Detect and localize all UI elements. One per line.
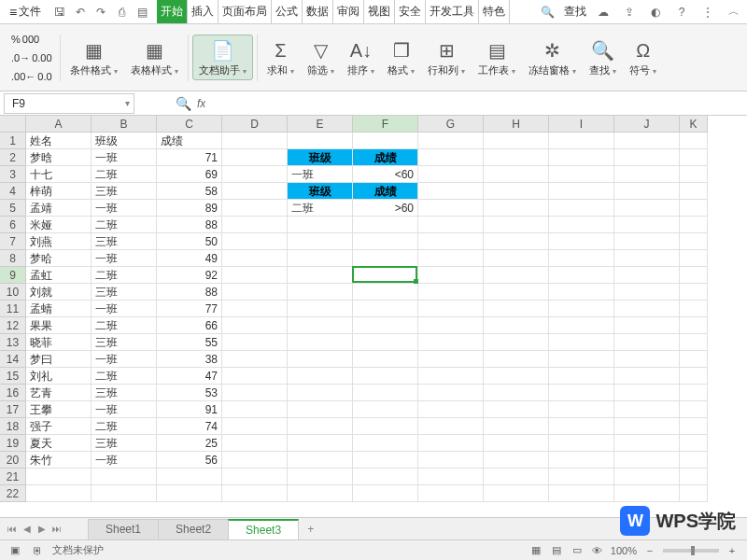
cell-G11[interactable] xyxy=(418,301,484,317)
cell-B20[interactable]: 一班 xyxy=(92,452,157,469)
row-header-11[interactable]: 11 xyxy=(0,301,26,317)
cell-I5[interactable] xyxy=(549,200,614,217)
cell-D22[interactable] xyxy=(222,485,288,502)
next-sheet-icon[interactable]: ▶ xyxy=(35,523,49,536)
row-header-22[interactable]: 22 xyxy=(0,485,26,502)
row-header-9[interactable]: 9 xyxy=(0,267,26,284)
cell-A3[interactable]: 十七 xyxy=(26,166,92,183)
cell-H21[interactable] xyxy=(484,469,549,485)
zoom-out-icon[interactable]: − xyxy=(642,543,657,558)
cell-H11[interactable] xyxy=(484,301,549,317)
col-header-C[interactable]: C xyxy=(157,116,222,133)
row-header-16[interactable]: 16 xyxy=(0,385,26,401)
col-header-F[interactable]: F xyxy=(353,116,418,133)
cell-H4[interactable] xyxy=(484,183,549,200)
cell-G22[interactable] xyxy=(418,485,484,502)
cell-E4[interactable]: 班级 xyxy=(288,183,353,200)
cell-C1[interactable]: 成绩 xyxy=(157,133,222,149)
cell-K16[interactable] xyxy=(680,385,708,401)
cell-F13[interactable] xyxy=(353,334,418,351)
cell-E14[interactable] xyxy=(288,351,353,368)
cell-B9[interactable]: 二班 xyxy=(92,267,157,284)
cell-K6[interactable] xyxy=(680,217,708,233)
cell-H8[interactable] xyxy=(484,250,549,267)
row-header-8[interactable]: 8 xyxy=(0,250,26,267)
cell-K3[interactable] xyxy=(680,166,708,183)
menu-tab-4[interactable]: 数据 xyxy=(303,0,333,23)
cell-H12[interactable] xyxy=(484,317,549,334)
search-label[interactable]: 查找 xyxy=(564,4,586,20)
row-header-19[interactable]: 19 xyxy=(0,435,26,452)
cell-C16[interactable]: 53 xyxy=(157,385,222,401)
percent-format[interactable]: %000 xyxy=(11,31,52,48)
cell-E18[interactable] xyxy=(288,418,353,435)
row-header-21[interactable]: 21 xyxy=(0,469,26,485)
cell-C5[interactable]: 89 xyxy=(157,200,222,217)
collapse-ribbon-icon[interactable]: ︿ xyxy=(725,3,743,21)
cell-H10[interactable] xyxy=(484,284,549,301)
cell-B18[interactable]: 二班 xyxy=(92,418,157,435)
cell-B14[interactable]: 一班 xyxy=(92,351,157,368)
ribbon-格式[interactable]: ❒格式 ▾ xyxy=(382,35,420,79)
cell-J19[interactable] xyxy=(614,435,680,452)
row-header-3[interactable]: 3 xyxy=(0,166,26,183)
ribbon-表格样式[interactable]: ▦表格样式 ▾ xyxy=(125,35,184,79)
cell-I11[interactable] xyxy=(549,301,614,317)
more-icon[interactable]: ⋮ xyxy=(698,3,717,21)
ribbon-行和列[interactable]: ⊞行和列 ▾ xyxy=(422,35,471,79)
cell-I3[interactable] xyxy=(549,166,614,183)
cell-C2[interactable]: 71 xyxy=(157,149,222,166)
view-page-icon[interactable]: ▤ xyxy=(549,543,564,558)
cell-G4[interactable] xyxy=(418,183,484,200)
cell-K1[interactable] xyxy=(680,133,708,149)
zoom-in-icon[interactable]: + xyxy=(725,543,740,558)
cell-E11[interactable] xyxy=(288,301,353,317)
cell-G15[interactable] xyxy=(418,368,484,385)
cell-G20[interactable] xyxy=(418,452,484,469)
cell-J1[interactable] xyxy=(614,133,680,149)
cell-I12[interactable] xyxy=(549,317,614,334)
cell-E22[interactable] xyxy=(288,485,353,502)
cell-K22[interactable] xyxy=(680,485,708,502)
cell-F22[interactable] xyxy=(353,485,418,502)
cell-H3[interactable] xyxy=(484,166,549,183)
cell-E20[interactable] xyxy=(288,452,353,469)
skin-icon[interactable]: ◐ xyxy=(646,3,665,21)
cell-B5[interactable]: 一班 xyxy=(92,200,157,217)
row-header-10[interactable]: 10 xyxy=(0,284,26,301)
row-header-15[interactable]: 15 xyxy=(0,368,26,385)
cell-A10[interactable]: 刘就 xyxy=(26,284,92,301)
row-header-20[interactable]: 20 xyxy=(0,452,26,469)
cell-F17[interactable] xyxy=(353,401,418,418)
cell-D13[interactable] xyxy=(222,334,288,351)
sheet-tab-Sheet3[interactable]: Sheet3 xyxy=(228,519,299,539)
cell-I17[interactable] xyxy=(549,401,614,418)
cell-F7[interactable] xyxy=(353,233,418,250)
shield-icon[interactable]: ⛨ xyxy=(30,543,45,558)
cell-D15[interactable] xyxy=(222,368,288,385)
cell-D12[interactable] xyxy=(222,317,288,334)
row-header-17[interactable]: 17 xyxy=(0,401,26,418)
cell-B7[interactable]: 三班 xyxy=(92,233,157,250)
cell-F6[interactable] xyxy=(353,217,418,233)
cell-C14[interactable]: 38 xyxy=(157,351,222,368)
cell-C6[interactable]: 88 xyxy=(157,217,222,233)
cell-I16[interactable] xyxy=(549,385,614,401)
cell-K2[interactable] xyxy=(680,149,708,166)
cell-A16[interactable]: 艺青 xyxy=(26,385,92,401)
cell-I8[interactable] xyxy=(549,250,614,267)
cell-D2[interactable] xyxy=(222,149,288,166)
zoom-formula-icon[interactable]: 🔍 xyxy=(176,96,191,111)
ribbon-查找[interactable]: 🔍查找 ▾ xyxy=(584,35,622,79)
increase-decimal[interactable]: .0→0.00 xyxy=(11,49,52,66)
cell-B13[interactable]: 三班 xyxy=(92,334,157,351)
cell-A11[interactable]: 孟蜻 xyxy=(26,301,92,317)
help-icon[interactable]: ? xyxy=(672,3,691,21)
cell-B8[interactable]: 一班 xyxy=(92,250,157,267)
cell-H20[interactable] xyxy=(484,452,549,469)
ribbon-排序[interactable]: A↓排序 ▾ xyxy=(342,35,380,79)
cell-I13[interactable] xyxy=(549,334,614,351)
cell-K14[interactable] xyxy=(680,351,708,368)
cell-E16[interactable] xyxy=(288,385,353,401)
cell-A4[interactable]: 梓萌 xyxy=(26,183,92,200)
